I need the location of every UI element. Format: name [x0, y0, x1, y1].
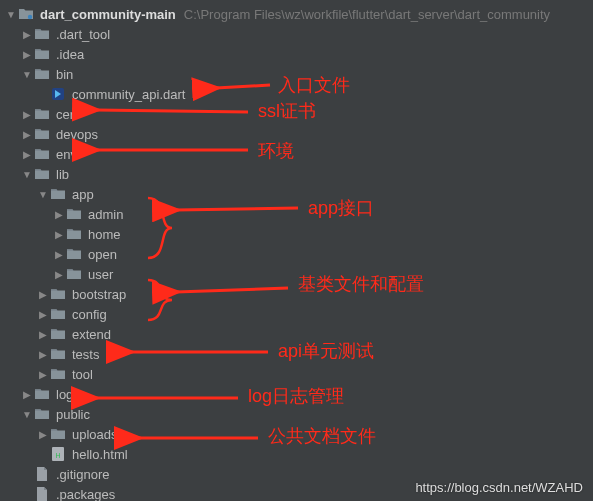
tree-label: config	[72, 307, 107, 322]
tree-label: cert	[56, 107, 78, 122]
watermark: https://blog.csdn.net/WZAHD	[415, 480, 583, 495]
project-icon	[18, 6, 34, 22]
chevron-down-icon[interactable]: ▼	[22, 409, 32, 420]
project-tree[interactable]: ▼dart_community-mainC:\Program Files\wz\…	[0, 0, 593, 501]
chevron-right-icon[interactable]: ▶	[54, 209, 64, 220]
folder-icon	[34, 386, 50, 402]
chevron-down-icon[interactable]: ▼	[22, 69, 32, 80]
tree-label: dart_community-main	[40, 7, 176, 22]
tree-label: extend	[72, 327, 111, 342]
tree-row-.dart_tool[interactable]: ▶.dart_tool	[0, 24, 593, 44]
tree-row-project[interactable]: ▼dart_community-mainC:\Program Files\wz\…	[0, 4, 593, 24]
tree-row-cert[interactable]: ▶cert	[0, 104, 593, 124]
tree-label: devops	[56, 127, 98, 142]
tree-label: community_api.dart	[72, 87, 185, 102]
folder-icon	[34, 166, 50, 182]
project-path: C:\Program Files\wz\workfile\flutter\dar…	[184, 7, 550, 22]
tree-label: app	[72, 187, 94, 202]
chevron-right-icon[interactable]: ▶	[54, 249, 64, 260]
tree-row-community_api.dart[interactable]: community_api.dart	[0, 84, 593, 104]
chevron-right-icon[interactable]: ▶	[22, 129, 32, 140]
folder-icon	[34, 66, 50, 82]
chevron-right-icon[interactable]: ▶	[38, 309, 48, 320]
folder-icon	[50, 326, 66, 342]
chevron-right-icon[interactable]: ▶	[22, 49, 32, 60]
tree-row-.idea[interactable]: ▶.idea	[0, 44, 593, 64]
tree-label: open	[88, 247, 117, 262]
svg-point-0	[28, 15, 32, 19]
tree-label: uploads	[72, 427, 118, 442]
tree-label: home	[88, 227, 121, 242]
folder-icon	[50, 286, 66, 302]
tree-row-bin[interactable]: ▼bin	[0, 64, 593, 84]
folder-icon	[66, 206, 82, 222]
tree-row-env[interactable]: ▶env	[0, 144, 593, 164]
dart-icon	[50, 86, 66, 102]
folder-icon	[50, 306, 66, 322]
tree-row-app[interactable]: ▼app	[0, 184, 593, 204]
tree-label: .idea	[56, 47, 84, 62]
folder-icon	[34, 26, 50, 42]
folder-icon	[66, 226, 82, 242]
tree-label: tests	[72, 347, 99, 362]
folder-icon	[34, 406, 50, 422]
tree-label: log	[56, 387, 73, 402]
folder-icon	[34, 46, 50, 62]
tree-row-user[interactable]: ▶user	[0, 264, 593, 284]
folder-icon	[34, 146, 50, 162]
tree-row-devops[interactable]: ▶devops	[0, 124, 593, 144]
file-icon	[34, 466, 50, 482]
tree-row-lib[interactable]: ▼lib	[0, 164, 593, 184]
chevron-right-icon[interactable]: ▶	[22, 149, 32, 160]
tree-label: .packages	[56, 487, 115, 502]
chevron-down-icon[interactable]: ▼	[22, 169, 32, 180]
tree-label: tool	[72, 367, 93, 382]
tree-row-home[interactable]: ▶home	[0, 224, 593, 244]
folder-icon	[66, 266, 82, 282]
folder-icon	[50, 186, 66, 202]
chevron-down-icon[interactable]: ▼	[38, 189, 48, 200]
folder-icon	[34, 126, 50, 142]
chevron-right-icon[interactable]: ▶	[22, 389, 32, 400]
folder-icon	[66, 246, 82, 262]
chevron-right-icon[interactable]: ▶	[38, 329, 48, 340]
tree-row-hello.html[interactable]: Hhello.html	[0, 444, 593, 464]
file-icon	[34, 486, 50, 501]
folder-icon	[34, 106, 50, 122]
tree-row-uploads[interactable]: ▶uploads	[0, 424, 593, 444]
chevron-right-icon[interactable]: ▶	[54, 269, 64, 280]
chevron-right-icon[interactable]: ▶	[54, 229, 64, 240]
tree-row-extend[interactable]: ▶extend	[0, 324, 593, 344]
tree-label: user	[88, 267, 113, 282]
tree-label: env	[56, 147, 77, 162]
tree-row-admin[interactable]: ▶admin	[0, 204, 593, 224]
chevron-right-icon[interactable]: ▶	[22, 109, 32, 120]
tree-label: hello.html	[72, 447, 128, 462]
folder-icon	[50, 346, 66, 362]
tree-row-log[interactable]: ▶log	[0, 384, 593, 404]
tree-row-tests[interactable]: ▶tests	[0, 344, 593, 364]
folder-icon	[50, 426, 66, 442]
chevron-right-icon[interactable]: ▶	[22, 29, 32, 40]
tree-label: bootstrap	[72, 287, 126, 302]
folder-icon	[50, 366, 66, 382]
html-icon: H	[50, 446, 66, 462]
chevron-right-icon[interactable]: ▶	[38, 369, 48, 380]
tree-row-public[interactable]: ▼public	[0, 404, 593, 424]
tree-label: .dart_tool	[56, 27, 110, 42]
tree-label: public	[56, 407, 90, 422]
tree-label: .gitignore	[56, 467, 109, 482]
tree-row-bootstrap[interactable]: ▶bootstrap	[0, 284, 593, 304]
chevron-right-icon[interactable]: ▶	[38, 289, 48, 300]
tree-row-config[interactable]: ▶config	[0, 304, 593, 324]
tree-label: admin	[88, 207, 123, 222]
tree-label: lib	[56, 167, 69, 182]
svg-text:H: H	[55, 452, 60, 459]
chevron-right-icon[interactable]: ▶	[38, 349, 48, 360]
tree-row-tool[interactable]: ▶tool	[0, 364, 593, 384]
tree-row-open[interactable]: ▶open	[0, 244, 593, 264]
chevron-right-icon[interactable]: ▶	[38, 429, 48, 440]
chevron-down-icon[interactable]: ▼	[6, 9, 16, 20]
tree-label: bin	[56, 67, 73, 82]
